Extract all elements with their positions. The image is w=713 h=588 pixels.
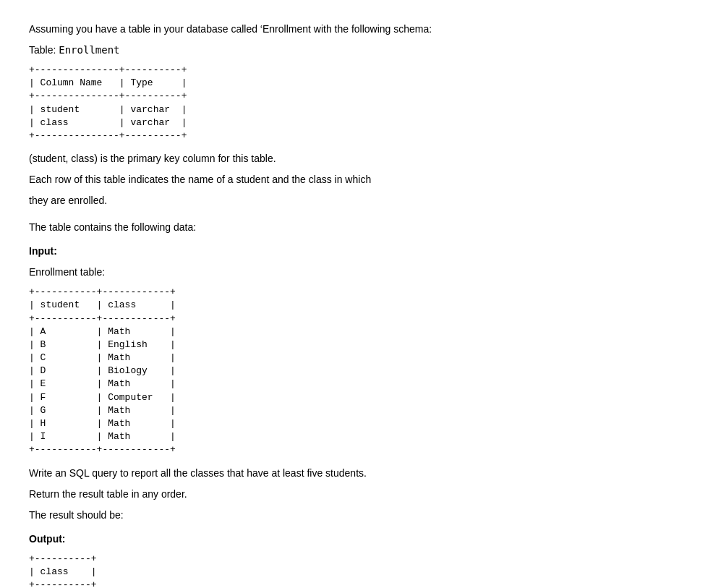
output-table: +----------+ | class | +----------+ | Ma… xyxy=(29,553,665,588)
schema-note-2: Each row of this table indicates the nam… xyxy=(29,172,665,187)
query-instruction-1: Write an SQL query to report all the cla… xyxy=(29,466,665,481)
schema-note-1: (student, class) is the primary key colu… xyxy=(29,151,665,166)
input-label: Input: xyxy=(29,244,665,259)
schema-table: +---------------+----------+ | Column Na… xyxy=(29,64,665,142)
output-label: Output: xyxy=(29,532,665,547)
intro-line1: Assuming you have a table in your databa… xyxy=(29,22,665,37)
table-name-code: Enrollment xyxy=(59,44,119,56)
data-intro: The table contains the following data: xyxy=(29,220,665,235)
input-sublabel: Enrollment table: xyxy=(29,265,665,280)
query-instruction-3: The result should be: xyxy=(29,508,665,523)
schema-note-3: they are enrolled. xyxy=(29,193,665,208)
input-table: +-----------+------------+ | student | c… xyxy=(29,286,665,456)
main-content: Assuming you have a table in your databa… xyxy=(29,14,665,588)
table-label: Table: Enrollment xyxy=(29,43,665,58)
query-instruction-2: Return the result table in any order. xyxy=(29,487,665,502)
